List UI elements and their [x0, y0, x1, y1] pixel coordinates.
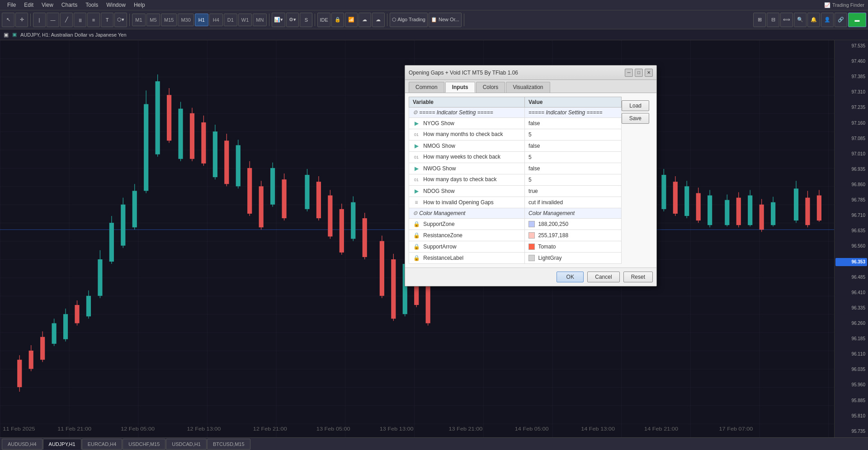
resistance-zone-swatch	[528, 232, 535, 239]
svg-text:11 Feb 2025: 11 Feb 2025	[3, 427, 35, 431]
invalid-val[interactable]: cut if invalided	[525, 197, 622, 208]
tf-m5[interactable]: M5	[146, 14, 160, 26]
alerts-btn[interactable]: 🔔	[807, 13, 820, 27]
cancel-button[interactable]: Cancel	[587, 272, 619, 282]
indicator-dialog: Opening Gaps + Void ICT MT5 By TFlab 1.0…	[405, 65, 657, 286]
dialog-maximize-btn[interactable]: □	[635, 69, 643, 77]
hline-tool[interactable]: —	[47, 13, 59, 27]
dialog-close-btn[interactable]: ✕	[645, 69, 653, 77]
tab-inputs[interactable]: Inputs	[445, 82, 475, 93]
menu-file[interactable]: File	[4, 1, 19, 9]
nyog-icon: ▶	[413, 120, 420, 127]
price-96185: 96.185	[835, 335, 867, 343]
menu-charts[interactable]: Charts	[58, 1, 81, 9]
tf-mn[interactable]: MN	[253, 14, 267, 26]
support-arrow-val[interactable]: Tomato	[525, 241, 622, 253]
lock-btn[interactable]: 🔒	[331, 13, 344, 27]
row-support-arrow: 🔒 SupportArrow Tomato	[409, 241, 622, 253]
ide-btn[interactable]: IDE	[317, 13, 330, 27]
profile-btn[interactable]: 👤	[821, 13, 834, 27]
dialog-side-buttons: Load Save	[622, 97, 653, 264]
cloud2-btn[interactable]: ☁	[372, 13, 385, 27]
tf-h4[interactable]: H4	[209, 14, 223, 26]
price-95810: 95.810	[835, 412, 867, 420]
chart-type[interactable]: 📊▾	[272, 13, 285, 27]
tab-audusd-h4[interactable]: AUDUSD,H4	[2, 439, 42, 450]
nmog-val[interactable]: false	[525, 141, 622, 152]
new-order-btn[interactable]: 📋 New Or...	[429, 13, 462, 27]
zoom-in-btn[interactable]: ⊞	[753, 13, 766, 27]
resistance-zone-icon: 🔒	[413, 232, 420, 239]
row-nyog-show: ▶ NYOG Show false	[409, 118, 622, 129]
resistance-zone-val[interactable]: 255,197,188	[525, 230, 622, 241]
tf-m30[interactable]: M30	[178, 14, 193, 26]
cloud-btn[interactable]: ☁	[359, 13, 371, 27]
tf-m15[interactable]: M15	[161, 14, 177, 26]
resistance-label-var: 🔒 ResistanceLabel	[409, 253, 525, 264]
current-price: 96.353	[835, 258, 867, 266]
nyog-val[interactable]: false	[525, 118, 622, 129]
nwog-icon: ▶	[413, 165, 420, 172]
status-btn[interactable]: ▬	[848, 13, 866, 27]
svg-text:14 Feb 05:00: 14 Feb 05:00	[515, 427, 549, 431]
tf-m1[interactable]: M1	[132, 14, 146, 26]
connect-btn[interactable]: 🔗	[835, 13, 847, 27]
ndog-var: ▶ NDOG Show	[409, 186, 525, 197]
save-button[interactable]: Save	[622, 113, 649, 124]
reset-button[interactable]: Reset	[623, 272, 653, 282]
menu-view[interactable]: View	[38, 1, 57, 9]
tab-eurcad-h4[interactable]: EURCAD,H4	[82, 439, 123, 450]
invalid-icon: ≡	[413, 199, 420, 206]
days-val[interactable]: 5	[525, 174, 622, 186]
weeks-val[interactable]: 5	[525, 152, 622, 163]
dialog-content: Variable Value ⚙ ===== Indicator Setting…	[405, 93, 656, 267]
tf-h1[interactable]: H1	[195, 14, 208, 26]
dialog-minimize-btn[interactable]: ─	[625, 69, 633, 77]
tf-d1[interactable]: D1	[224, 14, 237, 26]
text-tool[interactable]: T	[101, 13, 113, 27]
dialog-tabs: Common Inputs Colors Visualization	[405, 80, 656, 93]
tab-visualization[interactable]: Visualization	[506, 82, 550, 93]
chart-icon: ▣	[4, 32, 9, 38]
tab-usdchf-m15[interactable]: USDCHF,M15	[123, 439, 165, 450]
sep2	[129, 14, 130, 26]
menu-tools[interactable]: Tools	[82, 1, 102, 9]
tab-usdcad-h1[interactable]: USDCAD,H1	[166, 439, 207, 450]
load-button[interactable]: Load	[622, 100, 649, 111]
channel-tool[interactable]: ⫼	[74, 13, 86, 27]
section-icon: ⚙	[413, 109, 418, 116]
crosshair-tool[interactable]: ✛	[15, 13, 28, 27]
tf-w1[interactable]: W1	[238, 14, 252, 26]
ok-button[interactable]: OK	[557, 272, 584, 282]
search-btn[interactable]: 🔍	[794, 13, 807, 27]
signal-btn[interactable]: 📶	[345, 13, 358, 27]
nmog-icon: ▶	[413, 142, 420, 150]
menu-window[interactable]: Window	[103, 1, 129, 9]
months-val[interactable]: 5	[525, 129, 622, 141]
support-zone-val[interactable]: 188,200,250	[525, 219, 622, 230]
vline-tool[interactable]: |	[33, 13, 46, 27]
tab-btcusd-m15[interactable]: BTCUSD,M15	[207, 439, 250, 450]
line-tool[interactable]: ╱	[60, 13, 73, 27]
chart-settings[interactable]: ⚙▾	[286, 13, 299, 27]
dialog-footer: OK Cancel Reset	[405, 267, 656, 286]
tab-common[interactable]: Common	[409, 82, 444, 93]
zoom-out-btn[interactable]: ⊟	[767, 13, 779, 27]
row-days: 01 How many days to check back 5	[409, 174, 622, 186]
menu-help[interactable]: Help	[130, 1, 149, 9]
tab-colors[interactable]: Colors	[476, 82, 505, 93]
resistance-label-val[interactable]: LightGray	[525, 253, 622, 264]
algo-trading-btn[interactable]: ⬡ Algo Trading	[390, 13, 428, 27]
indicator-s[interactable]: S	[300, 13, 312, 27]
scroll-btn[interactable]: ⟺	[780, 13, 793, 27]
ndog-val[interactable]: true	[525, 186, 622, 197]
tab-audjpy-h1[interactable]: AUDJPY,H1	[43, 439, 81, 450]
nwog-val[interactable]: false	[525, 163, 622, 174]
cursor-tool[interactable]: ↖	[2, 13, 14, 27]
sep1	[30, 14, 31, 26]
row-nwog-show: ▶ NWOG Show false	[409, 163, 622, 174]
menu-edit[interactable]: Edit	[20, 1, 37, 9]
fib-tool[interactable]: ≡	[87, 13, 100, 27]
price-96785: 96.785	[835, 196, 867, 204]
shapes-tool[interactable]: ⬡▾	[114, 13, 127, 27]
